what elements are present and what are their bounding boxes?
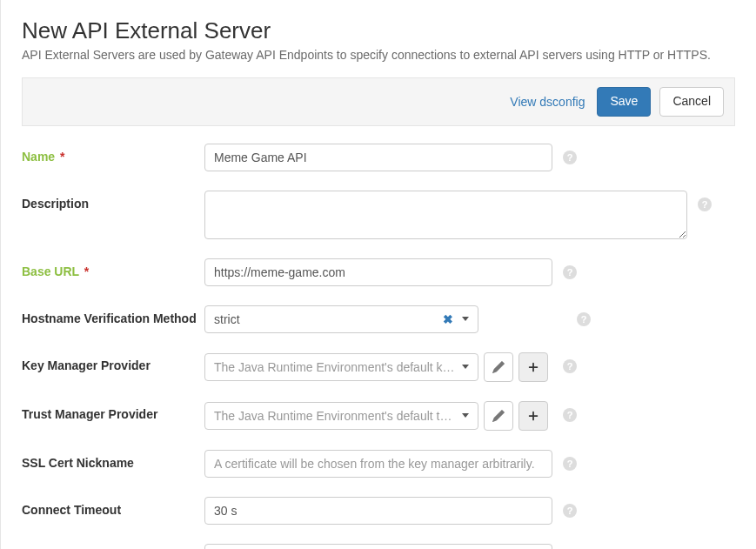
key-manager-select[interactable]: The Java Runtime Environment's default k… <box>204 353 478 381</box>
help-icon[interactable]: ? <box>698 198 712 211</box>
select-placeholder: The Java Runtime Environment's default t… <box>214 409 455 423</box>
connect-timeout-label: Connect Timeout <box>22 497 204 517</box>
ssl-cert-input[interactable] <box>204 450 552 478</box>
action-bar: View dsconfig Save Cancel <box>22 77 735 126</box>
save-button[interactable]: Save <box>597 87 651 117</box>
plus-icon <box>527 361 539 373</box>
select-value: strict <box>214 312 240 326</box>
hostname-verification-label: Hostname Verification Method <box>22 305 204 325</box>
page-subtitle: API External Servers are used by Gateway… <box>22 48 735 62</box>
name-input[interactable] <box>204 144 552 171</box>
plus-icon <box>527 410 539 422</box>
response-timeout-label: Response Timeout <box>22 544 204 549</box>
add-button[interactable] <box>518 401 548 431</box>
name-label: Name <box>22 150 55 164</box>
select-placeholder: The Java Runtime Environment's default k… <box>214 360 455 374</box>
description-textarea[interactable] <box>204 191 687 239</box>
help-icon[interactable]: ? <box>563 151 577 164</box>
connect-timeout-input[interactable] <box>204 497 552 525</box>
help-icon[interactable]: ? <box>577 312 591 326</box>
add-button[interactable] <box>518 352 548 382</box>
pencil-icon <box>492 361 505 373</box>
help-icon[interactable]: ? <box>563 504 577 518</box>
help-icon[interactable]: ? <box>563 265 577 279</box>
clear-icon[interactable]: ✖ <box>443 312 453 326</box>
help-icon[interactable]: ? <box>563 408 577 422</box>
base-url-input[interactable] <box>204 258 552 286</box>
trust-manager-select[interactable]: The Java Runtime Environment's default t… <box>204 402 478 430</box>
description-label: Description <box>22 191 204 211</box>
edit-button[interactable] <box>484 352 513 382</box>
help-icon[interactable]: ? <box>563 359 577 373</box>
chevron-down-icon <box>462 365 469 369</box>
view-dsconfig-link[interactable]: View dsconfig <box>510 95 585 109</box>
trust-manager-label: Trust Manager Provider <box>22 401 204 421</box>
pencil-icon <box>492 410 505 422</box>
hostname-verification-select[interactable]: strict ✖ <box>204 305 478 333</box>
ssl-cert-label: SSL Cert Nickname <box>22 450 204 470</box>
base-url-label: Base URL <box>22 264 79 278</box>
required-asterisk: * <box>60 150 64 164</box>
chevron-down-icon <box>462 317 469 321</box>
chevron-down-icon <box>462 413 469 418</box>
required-asterisk: * <box>84 264 89 278</box>
page-title: New API External Server <box>22 17 735 44</box>
response-timeout-input[interactable] <box>204 544 552 549</box>
key-manager-label: Key Manager Provider <box>22 352 204 372</box>
cancel-button[interactable]: Cancel <box>659 87 724 117</box>
help-icon[interactable]: ? <box>563 457 577 471</box>
edit-button[interactable] <box>484 401 513 431</box>
